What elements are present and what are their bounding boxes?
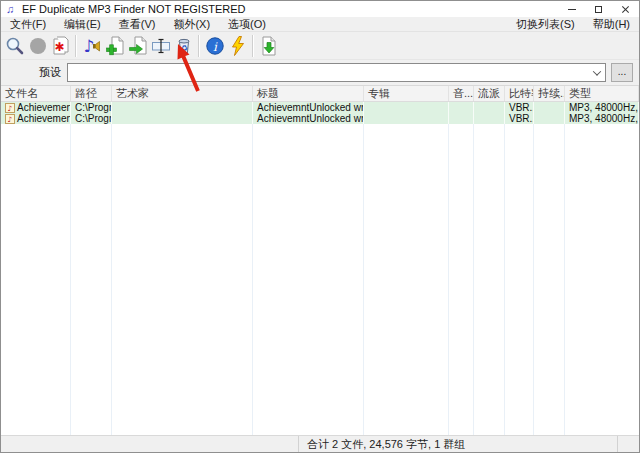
cell-track	[449, 102, 474, 113]
search-icon	[5, 36, 25, 56]
column-header-duration[interactable]: 持续...	[534, 86, 565, 101]
cell-bitrate: VBR...	[505, 113, 534, 124]
menu-switch-list[interactable]: 切换列表(S)	[507, 17, 584, 31]
rename-button[interactable]	[149, 34, 172, 58]
stop-button	[26, 34, 49, 58]
menu-bar: 文件(F) 编辑(E) 查看(V) 额外(X) 选项(O) 切换列表(S) 帮助…	[1, 17, 639, 32]
audio-file-icon: ♪	[5, 103, 15, 113]
column-header-path[interactable]: 路径	[71, 86, 112, 101]
filename-text: AchievementU...	[17, 102, 71, 113]
export-icon	[259, 36, 279, 56]
column-header-type[interactable]: 类型	[565, 86, 639, 101]
options-button[interactable]	[226, 34, 249, 58]
window-title: EF Duplicate MP3 Finder NOT REGISTERED	[22, 3, 246, 15]
column-header-album[interactable]: 专辑	[364, 86, 449, 101]
minimize-button[interactable]	[558, 1, 585, 17]
close-icon	[621, 5, 630, 14]
cell-duration	[534, 102, 565, 113]
app-window: ♫ EF Duplicate MP3 Finder NOT REGISTERED…	[0, 0, 640, 453]
cell-type: MP3, 48000Hz, Joi	[565, 113, 639, 124]
menu-options[interactable]: 选项(O)	[219, 17, 275, 31]
close-button[interactable]	[612, 1, 639, 17]
cell-filename: ♪ AchievementU...	[1, 102, 71, 113]
toolbar-separator	[75, 35, 77, 57]
listen-icon: ♪	[82, 36, 102, 56]
new-search-button[interactable]: ✱	[49, 34, 72, 58]
lightning-icon	[228, 36, 248, 56]
table-header: 文件名 路径 艺术家 标题 专辑 音... 流派 比特率 持续... 类型	[1, 86, 639, 102]
cell-genre	[474, 102, 505, 113]
info-icon: i	[205, 36, 225, 56]
cell-path: C:\Progra...	[71, 113, 112, 124]
new-search-icon: ✱	[51, 36, 71, 56]
cell-album	[364, 113, 449, 124]
maximize-button[interactable]	[585, 1, 612, 17]
cell-bitrate: VBR...	[505, 102, 534, 113]
cell-duration	[534, 113, 565, 124]
title-bar: ♫ EF Duplicate MP3 Finder NOT REGISTERED	[1, 1, 639, 17]
menu-edit[interactable]: 编辑(E)	[55, 17, 110, 31]
preset-combobox[interactable]	[67, 63, 606, 82]
info-button[interactable]: i	[203, 34, 226, 58]
preset-row: 预设 ...	[1, 60, 639, 86]
svg-text:✱: ✱	[54, 39, 64, 53]
column-header-bitrate[interactable]: 比特率	[505, 86, 534, 101]
status-summary: 合计 2 文件, 24,576 字节, 1 群组	[299, 436, 618, 452]
empty-list-area[interactable]	[1, 124, 639, 435]
search-button[interactable]	[3, 34, 26, 58]
menu-view[interactable]: 查看(V)	[110, 17, 165, 31]
status-panel-left	[1, 436, 299, 452]
menu-file[interactable]: 文件(F)	[1, 17, 55, 31]
filename-text: AchievementU...	[17, 113, 71, 124]
app-logo-icon: ♫	[6, 3, 18, 15]
stop-icon	[28, 36, 48, 56]
status-bar: 合计 2 文件, 24,576 字节, 1 群组	[1, 435, 639, 452]
cell-track	[449, 113, 474, 124]
column-header-title[interactable]: 标题	[253, 86, 364, 101]
add-file-button[interactable]	[103, 34, 126, 58]
cell-artist	[112, 113, 253, 124]
preset-input[interactable]	[68, 64, 588, 81]
export-button[interactable]	[257, 34, 280, 58]
cell-album	[364, 102, 449, 113]
recycle-bin-icon: ♻	[174, 36, 194, 56]
svg-text:♪: ♪	[8, 115, 13, 124]
cell-filename: ♪ AchievementU...	[1, 113, 71, 124]
menu-help[interactable]: 帮助(H)	[584, 17, 639, 31]
cell-title: AchievemntUnlocked wma	[253, 102, 364, 113]
results-table: 文件名 路径 艺术家 标题 专辑 音... 流派 比特率 持续... 类型 ♪ …	[1, 86, 639, 435]
preset-label: 预设	[39, 65, 61, 80]
cell-path: C:\Progra...	[71, 102, 112, 113]
status-panel-right	[618, 436, 639, 452]
delete-recycle-button[interactable]: ♻	[172, 34, 195, 58]
toolbar-separator	[252, 35, 254, 57]
column-header-track[interactable]: 音...	[449, 86, 474, 101]
table-row[interactable]: ♪ AchievementU... C:\Progra... Achievemn…	[1, 113, 639, 124]
move-file-icon	[128, 36, 148, 56]
svg-text:♪: ♪	[8, 104, 13, 113]
column-header-filename[interactable]: 文件名	[1, 86, 71, 101]
toolbar: ✱ ♪	[1, 32, 639, 60]
minimize-icon	[568, 9, 576, 10]
audio-file-icon: ♪	[5, 114, 15, 124]
cell-type: MP3, 48000Hz, Joi	[565, 102, 639, 113]
maximize-icon	[595, 6, 602, 13]
svg-text:♻: ♻	[180, 43, 187, 52]
cell-title: AchievemntUnlocked wma	[253, 113, 364, 124]
window-controls	[558, 1, 639, 17]
svg-text:♪: ♪	[83, 36, 94, 56]
preset-browse-button[interactable]: ...	[611, 63, 633, 82]
add-file-icon	[105, 36, 125, 56]
move-file-button[interactable]	[126, 34, 149, 58]
listen-button[interactable]: ♪	[80, 34, 103, 58]
cell-genre	[474, 113, 505, 124]
column-header-genre[interactable]: 流派	[474, 86, 505, 101]
toolbar-separator	[198, 35, 200, 57]
column-header-artist[interactable]: 艺术家	[112, 86, 253, 101]
menu-extras[interactable]: 额外(X)	[164, 17, 219, 31]
chevron-down-icon	[592, 67, 600, 75]
rename-icon	[151, 36, 171, 56]
preset-dropdown-button[interactable]	[588, 64, 605, 81]
table-row[interactable]: ♪ AchievementU... C:\Progra... Achievemn…	[1, 102, 639, 113]
cell-artist	[112, 102, 253, 113]
